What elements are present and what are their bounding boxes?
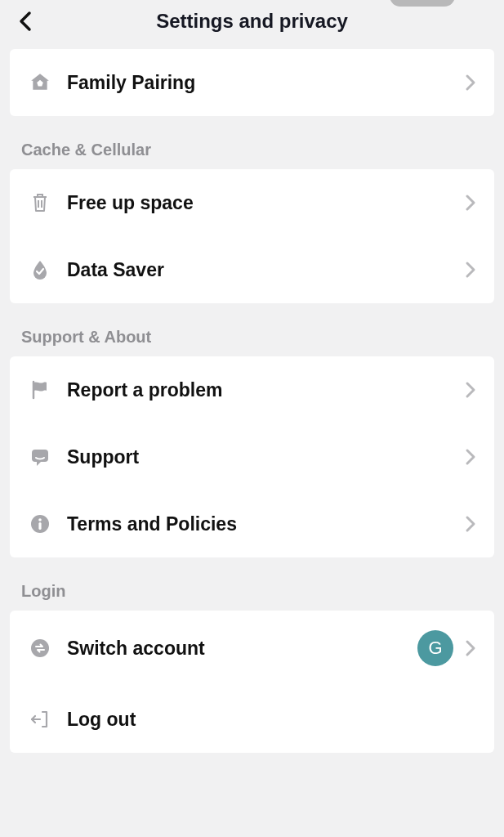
svg-rect-3 (38, 522, 41, 530)
row-log-out[interactable]: Log out (10, 686, 494, 753)
row-support[interactable]: Support (10, 423, 494, 490)
home-shield-icon (28, 70, 52, 95)
section-support: Report a problem Support (10, 356, 494, 557)
section-label-support: Support & About (0, 303, 504, 356)
chevron-right-icon (465, 74, 476, 92)
row-label: Support (67, 446, 453, 468)
row-label: Free up space (67, 192, 453, 214)
avatar: G (417, 630, 453, 666)
chevron-right-icon (465, 381, 476, 399)
row-label: Terms and Policies (67, 513, 453, 535)
row-report-problem[interactable]: Report a problem (10, 356, 494, 423)
status-pill (390, 0, 455, 7)
svg-rect-0 (32, 450, 48, 462)
chat-icon (28, 445, 52, 469)
svg-point-4 (31, 639, 49, 657)
header: Settings and privacy (0, 0, 504, 43)
chevron-right-icon (465, 448, 476, 466)
section-label-login: Login (0, 557, 504, 611)
logout-icon (28, 707, 52, 732)
page-title: Settings and privacy (156, 10, 348, 33)
trash-icon (28, 190, 52, 215)
row-label: Family Pairing (67, 72, 453, 94)
section-family: Family Pairing (10, 49, 494, 116)
chevron-right-icon (465, 515, 476, 533)
chevron-right-icon (465, 261, 476, 279)
row-label: Report a problem (67, 379, 453, 401)
drop-icon (28, 257, 52, 282)
swap-icon (28, 636, 52, 660)
section-cache: Free up space Data Saver (10, 169, 494, 303)
info-icon (28, 512, 52, 536)
chevron-right-icon (465, 639, 476, 657)
row-label: Data Saver (67, 259, 453, 281)
chevron-left-icon (18, 10, 34, 33)
section-label-cache: Cache & Cellular (0, 116, 504, 169)
flag-icon (28, 378, 52, 402)
back-button[interactable] (11, 7, 41, 36)
row-label: Log out (67, 709, 476, 731)
row-terms-policies[interactable]: Terms and Policies (10, 490, 494, 557)
row-data-saver[interactable]: Data Saver (10, 236, 494, 303)
chevron-right-icon (465, 194, 476, 212)
row-label: Switch account (67, 638, 409, 660)
row-family-pairing[interactable]: Family Pairing (10, 49, 494, 116)
svg-point-2 (38, 518, 42, 521)
section-login: Switch account G Log out (10, 611, 494, 753)
row-switch-account[interactable]: Switch account G (10, 611, 494, 686)
row-free-up-space[interactable]: Free up space (10, 169, 494, 236)
